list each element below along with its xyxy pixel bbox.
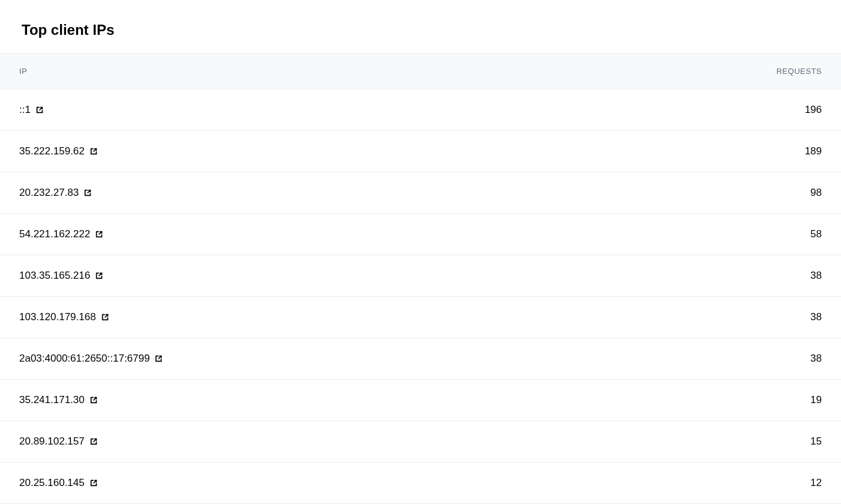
ip-cell: 20.25.160.145 [19,477,98,489]
ip-address-text: 2a03:4000:61:2650::17:6799 [19,353,150,365]
table-body: ::1 196 35.222.159.62 189 [0,90,841,504]
table-row: ::1 196 [0,90,841,131]
requests-count: 98 [810,187,822,199]
requests-count: 38 [810,311,822,323]
ip-address-text: ::1 [19,104,31,116]
requests-count: 189 [805,145,822,157]
table-row: 103.35.165.216 38 [0,255,841,297]
ip-link[interactable]: 103.35.165.216 [19,270,103,282]
requests-count: 58 [810,228,822,240]
table-row: 2a03:4000:61:2650::17:6799 38 [0,338,841,380]
external-link-icon [90,437,98,446]
ip-link[interactable]: 20.232.27.83 [19,187,92,199]
external-link-icon [90,396,98,404]
column-header-ip: IP [19,67,27,76]
ip-link[interactable]: 35.222.159.62 [19,145,98,157]
table-row: 35.222.159.62 189 [0,131,841,172]
external-link-icon [83,189,92,197]
ip-cell: 103.120.179.168 [19,311,109,323]
table-row: 20.25.160.145 12 [0,463,841,504]
table-row: 54.221.162.222 58 [0,214,841,255]
ip-link[interactable]: 2a03:4000:61:2650::17:6799 [19,353,163,365]
table-row: 103.120.179.168 38 [0,297,841,338]
external-link-icon [35,106,44,114]
ip-link[interactable]: 20.89.102.157 [19,436,98,448]
ip-cell: 35.241.171.30 [19,394,98,406]
ip-cell: 103.35.165.216 [19,270,103,282]
ip-link[interactable]: 103.120.179.168 [19,311,109,323]
ip-link[interactable]: 35.241.171.30 [19,394,98,406]
table-row: 20.89.102.157 15 [0,421,841,463]
ip-cell: 20.232.27.83 [19,187,92,199]
requests-count: 12 [810,477,822,489]
external-link-icon [101,313,109,321]
ip-address-text: 35.241.171.30 [19,394,85,406]
requests-count: 15 [810,436,822,448]
table-row: 35.241.171.30 19 [0,380,841,421]
ip-cell: 54.221.162.222 [19,228,103,240]
ip-address-text: 20.232.27.83 [19,187,79,199]
external-link-icon [154,354,163,363]
ip-cell: ::1 [19,104,44,116]
ip-cell: 2a03:4000:61:2650::17:6799 [19,353,163,365]
requests-count: 38 [810,353,822,365]
requests-count: 196 [805,104,822,116]
ip-address-text: 103.35.165.216 [19,270,90,282]
ip-link[interactable]: 54.221.162.222 [19,228,103,240]
ip-link[interactable]: ::1 [19,104,44,116]
table-row: 20.232.27.83 98 [0,172,841,214]
external-link-icon [95,272,103,280]
table-header: IP REQUESTS [0,53,841,90]
external-link-icon [90,479,98,487]
requests-count: 19 [810,394,822,406]
ip-address-text: 20.25.160.145 [19,477,85,489]
ip-address-text: 35.222.159.62 [19,145,85,157]
panel-title: Top client IPs [0,0,841,53]
ip-cell: 35.222.159.62 [19,145,98,157]
external-link-icon [90,147,98,156]
ip-link[interactable]: 20.25.160.145 [19,477,98,489]
requests-count: 38 [810,270,822,282]
ip-cell: 20.89.102.157 [19,436,98,448]
ip-address-text: 20.89.102.157 [19,436,85,448]
ip-address-text: 54.221.162.222 [19,228,90,240]
external-link-icon [95,230,103,238]
column-header-requests: REQUESTS [776,67,822,76]
ip-address-text: 103.120.179.168 [19,311,96,323]
top-client-ips-panel: Top client IPs IP REQUESTS ::1 196 35.22… [0,0,841,504]
